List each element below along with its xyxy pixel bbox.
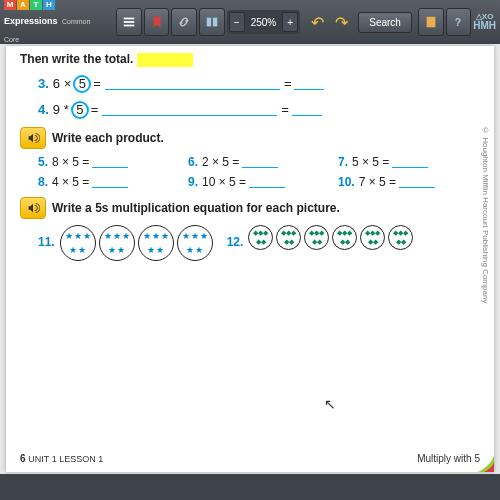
- hmh-logo: △XO HMH: [473, 13, 496, 31]
- section-3-header: Write a 5s multiplication equation for e…: [20, 197, 480, 219]
- tile-h: H: [43, 0, 55, 10]
- corner-graphic: [470, 448, 494, 472]
- answer-blank[interactable]: [292, 104, 322, 116]
- diamond-circle: ◆◆◆◆◆: [304, 225, 329, 250]
- zoom-value: 250%: [247, 17, 281, 28]
- tile-t: T: [30, 0, 42, 10]
- diamond-circle: ◆◆◆◆◆: [388, 225, 413, 250]
- bookmark-button[interactable]: [144, 8, 170, 36]
- zoom-control: − 250% +: [227, 10, 301, 34]
- diamond-circle: ◆◆◆◆◆: [276, 225, 301, 250]
- answer-blank[interactable]: [105, 78, 280, 90]
- problem-3: 3. 6 × 5 = =: [38, 75, 480, 93]
- problem-9: 9.10 × 5 =: [188, 175, 330, 189]
- answer-blank[interactable]: [92, 176, 128, 188]
- tile-m: M: [4, 0, 16, 10]
- svg-rect-0: [124, 18, 135, 20]
- zoom-out-button[interactable]: −: [229, 12, 245, 32]
- view-button[interactable]: [199, 8, 225, 36]
- page-container: Then write the total. 3. 6 × 5 = = 4. 9 …: [6, 46, 494, 472]
- diamond-circle: ◆◆◆◆◆: [360, 225, 385, 250]
- problem-7: 7.5 × 5 =: [338, 155, 480, 169]
- highlight-mark: [137, 53, 193, 67]
- audio-button[interactable]: [20, 127, 46, 149]
- problem-8: 8.4 × 5 =: [38, 175, 180, 189]
- redo-button[interactable]: ↷: [330, 11, 352, 33]
- picture-row: 11. ★★★★★ ★★★★★ ★★★★★ ★★★★★ 12. ◆◆◆◆◆ ◆◆…: [38, 225, 480, 261]
- answer-blank[interactable]: [294, 78, 324, 90]
- copyright-text: © Houghton Mifflin Harcourt Publishing C…: [481, 126, 490, 303]
- svg-rect-1: [124, 21, 135, 23]
- svg-rect-2: [124, 25, 135, 27]
- answer-blank[interactable]: [399, 176, 435, 188]
- problem-10: 10.7 × 5 =: [338, 175, 480, 189]
- problem-5: 5.8 × 5 =: [38, 155, 180, 169]
- link-button[interactable]: [171, 8, 197, 36]
- brand-logo: M A T H Expressions Common Core: [4, 0, 106, 46]
- answer-blank[interactable]: [242, 156, 278, 168]
- svg-rect-3: [207, 18, 211, 27]
- problem-6: 6.2 × 5 =: [188, 155, 330, 169]
- answer-blank[interactable]: [102, 104, 277, 116]
- cursor-icon: ↖: [324, 396, 336, 412]
- diamond-circle: ◆◆◆◆◆: [332, 225, 357, 250]
- notes-button[interactable]: [418, 8, 444, 36]
- audio-button[interactable]: [20, 197, 46, 219]
- svg-rect-5: [426, 17, 435, 28]
- zoom-in-button[interactable]: +: [282, 12, 298, 32]
- brand-text: Expressions: [4, 16, 58, 26]
- svg-text:?: ?: [455, 16, 461, 28]
- search-button[interactable]: Search: [358, 12, 412, 33]
- answer-blank[interactable]: [249, 176, 285, 188]
- star-circle: ★★★★★: [99, 225, 135, 261]
- tile-a: A: [17, 0, 29, 10]
- product-grid: 5.8 × 5 = 6.2 × 5 = 7.5 × 5 = 8.4 × 5 = …: [38, 155, 480, 189]
- toc-button[interactable]: [116, 8, 142, 36]
- problem-11: 11. ★★★★★ ★★★★★ ★★★★★ ★★★★★: [38, 225, 213, 261]
- instruction-1: Then write the total.: [20, 52, 480, 67]
- section-2-header: Write each product.: [20, 127, 480, 149]
- top-toolbar: M A T H Expressions Common Core − 250% +…: [0, 0, 500, 44]
- star-circle: ★★★★★: [60, 225, 96, 261]
- svg-rect-4: [213, 18, 217, 27]
- diamond-circle: ◆◆◆◆◆: [248, 225, 273, 250]
- help-button[interactable]: ?: [446, 8, 472, 36]
- star-circle: ★★★★★: [138, 225, 174, 261]
- undo-button[interactable]: ↶: [306, 11, 328, 33]
- problem-4: 4. 9 * 5 = =: [38, 101, 480, 119]
- answer-blank[interactable]: [392, 156, 428, 168]
- answer-blank[interactable]: [92, 156, 128, 168]
- bottom-bar: [0, 474, 500, 500]
- star-circle: ★★★★★: [177, 225, 213, 261]
- page-footer: 6 UNIT 1 LESSON 1 Multiply with 5: [20, 453, 480, 464]
- problem-12: 12. ◆◆◆◆◆ ◆◆◆◆◆ ◆◆◆◆◆ ◆◆◆◆◆ ◆◆◆◆◆ ◆◆◆◆◆: [227, 225, 414, 250]
